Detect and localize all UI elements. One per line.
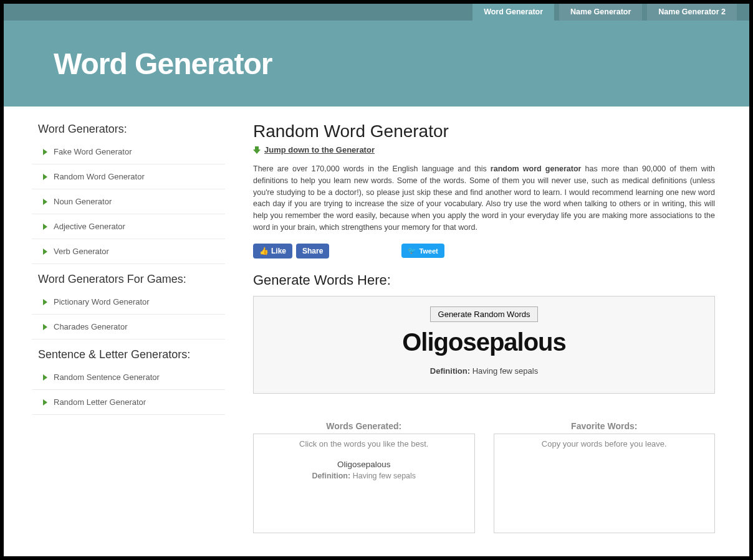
tab-name-generator-2[interactable]: Name Generator 2 <box>647 4 737 21</box>
arrow-right-icon <box>43 299 47 305</box>
generator-box: Generate Random Words Oligosepalous Defi… <box>253 296 715 394</box>
sidebar-item-pictionary[interactable]: Pictionary Word Generator <box>32 290 225 315</box>
main-content: Random Word Generator Jump down to the G… <box>244 114 749 533</box>
sidebar-section-title: Word Generators For Games: <box>38 273 225 286</box>
generated-word: Oligosepalous <box>260 328 708 356</box>
jump-link[interactable]: Jump down to the Generator <box>264 145 375 154</box>
word-item[interactable]: Oligosepalous <box>259 460 469 469</box>
sidebar-item-fake-word[interactable]: Fake Word Generator <box>32 140 225 164</box>
generate-button[interactable]: Generate Random Words <box>430 306 539 322</box>
words-generated-box: Click on the words you like the best. Ol… <box>253 434 475 533</box>
arrow-right-icon <box>43 324 47 330</box>
arrow-right-icon <box>43 199 47 205</box>
facebook-like-button[interactable]: 👍Like <box>253 244 292 259</box>
favorite-words-box: Copy your words before you leave. <box>494 434 716 533</box>
facebook-share-button[interactable]: Share <box>296 244 329 259</box>
sidebar: Word Generators: Fake Word Generator Ran… <box>4 114 225 533</box>
sidebar-section-title: Word Generators: <box>38 123 225 136</box>
arrow-down-icon <box>253 146 261 154</box>
column-title: Words Generated: <box>253 421 475 431</box>
generated-definition: Definition: Having few sepals <box>260 366 708 376</box>
twitter-icon: 🐦 <box>408 247 416 255</box>
sidebar-item-sentence[interactable]: Random Sentence Generator <box>32 365 225 390</box>
tab-name-generator[interactable]: Name Generator <box>559 4 642 21</box>
arrow-right-icon <box>43 149 47 155</box>
social-row: 👍Like Share 🐦Tweet <box>253 244 715 259</box>
column-help-text: Click on the words you like the best. <box>259 439 469 448</box>
sidebar-item-letter[interactable]: Random Letter Generator <box>32 390 225 415</box>
arrow-right-icon <box>43 174 47 180</box>
sidebar-item-verb[interactable]: Verb Generator <box>32 239 225 264</box>
arrow-right-icon <box>43 399 47 406</box>
tab-word-generator[interactable]: Word Generator <box>472 4 554 21</box>
generate-heading: Generate Words Here: <box>253 272 715 288</box>
sidebar-section-title: Sentence & Letter Generators: <box>38 348 225 361</box>
description-text: There are over 170,000 words in the Engl… <box>253 163 715 234</box>
hero-banner: Word Generator <box>4 21 749 107</box>
words-generated-column: Words Generated: Click on the words you … <box>253 421 475 533</box>
arrow-right-icon <box>43 374 47 381</box>
sidebar-item-noun[interactable]: Noun Generator <box>32 189 225 214</box>
word-item-definition: Definition: Having few sepals <box>259 472 469 480</box>
column-title: Favorite Words: <box>494 421 716 431</box>
twitter-tweet-button[interactable]: 🐦Tweet <box>401 244 444 258</box>
thumbs-up-icon: 👍 <box>259 247 269 255</box>
sidebar-item-random-word[interactable]: Random Word Generator <box>32 164 225 189</box>
arrow-right-icon <box>43 249 47 255</box>
sidebar-item-adjective[interactable]: Adjective Generator <box>32 214 225 239</box>
page-title: Random Word Generator <box>253 121 715 141</box>
column-help-text: Copy your words before you leave. <box>499 439 710 448</box>
sidebar-item-charades[interactable]: Charades Generator <box>32 315 225 339</box>
favorite-words-column: Favorite Words: Copy your words before y… <box>494 421 716 533</box>
arrow-right-icon <box>43 224 47 230</box>
top-nav: Word Generator Name Generator Name Gener… <box>4 4 749 21</box>
site-title: Word Generator <box>54 47 272 81</box>
